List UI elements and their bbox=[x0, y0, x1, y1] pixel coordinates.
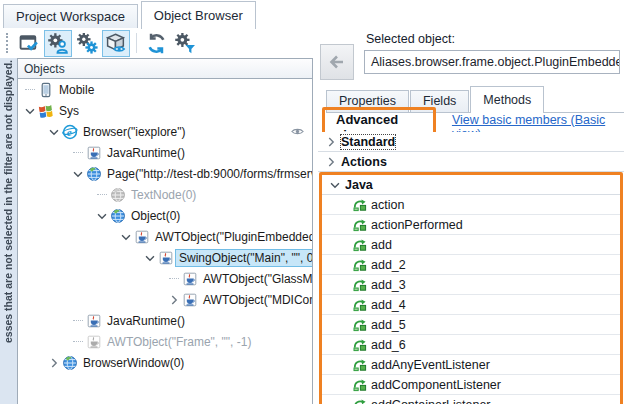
tree-row[interactable]: Page("http://test-db:9000/forms/frmservl… bbox=[18, 163, 312, 184]
section-actions[interactable]: Actions bbox=[318, 152, 624, 172]
toolbar-separator bbox=[136, 33, 137, 53]
java-icon bbox=[182, 271, 200, 287]
method-icon bbox=[352, 377, 371, 393]
chevron-down-icon[interactable] bbox=[328, 178, 345, 192]
tree-item-label: AWTObject("MDIContainer", "" bbox=[200, 292, 313, 308]
tree-row[interactable]: SwingObject("Main", "", 0) bbox=[18, 247, 312, 268]
refresh-button[interactable] bbox=[142, 30, 170, 57]
chevron-right-icon[interactable] bbox=[324, 135, 341, 149]
tree-connector bbox=[73, 341, 83, 342]
tree-item-label: AWTObject("GlassMouseGrabP bbox=[200, 271, 313, 287]
method-row[interactable]: add bbox=[322, 235, 620, 255]
tree-connector bbox=[25, 89, 35, 90]
method-name: addContainerListener bbox=[371, 398, 491, 404]
chevron-down-icon[interactable] bbox=[46, 125, 62, 139]
objects-column-header[interactable]: Objects bbox=[17, 58, 313, 79]
section-label: Actions bbox=[341, 155, 387, 169]
toolbar-grip[interactable] bbox=[6, 33, 8, 53]
gears-button[interactable] bbox=[73, 30, 101, 57]
tree-row[interactable]: Object(0) bbox=[18, 205, 312, 226]
java-icon bbox=[86, 313, 104, 329]
method-row[interactable]: action bbox=[322, 195, 620, 215]
tree-row[interactable]: Sys bbox=[18, 100, 312, 121]
object-browser-toolbar bbox=[0, 28, 318, 58]
back-button[interactable] bbox=[320, 44, 354, 80]
chevron-down-icon[interactable] bbox=[118, 230, 134, 244]
chevron-right-icon[interactable] bbox=[46, 356, 62, 370]
window-check-icon bbox=[19, 33, 40, 54]
tree-item-label: BrowserWindow(0) bbox=[80, 355, 187, 371]
method-name: add_6 bbox=[371, 338, 406, 352]
tree-row[interactable]: eBrowser("iexplore") bbox=[18, 121, 312, 142]
method-name: action bbox=[371, 198, 404, 212]
method-row[interactable]: addAnyEventListener bbox=[322, 355, 620, 375]
selected-object-field[interactable]: Aliases.browser.frame.object.PluginEmbed… bbox=[364, 50, 620, 74]
chevron-right-icon[interactable] bbox=[166, 293, 182, 307]
method-row[interactable]: actionPerformed bbox=[322, 215, 620, 235]
method-icon bbox=[352, 257, 371, 273]
tree-item-label: Browser("iexplore") bbox=[80, 124, 189, 140]
section-java[interactable]: Java bbox=[322, 175, 620, 195]
chevron-down-icon[interactable] bbox=[70, 167, 86, 181]
gear-user-button[interactable] bbox=[44, 30, 72, 57]
tab-project-workspace[interactable]: Project Workspace bbox=[3, 4, 138, 28]
method-row[interactable]: add_5 bbox=[322, 315, 620, 335]
globe-icon bbox=[110, 208, 128, 224]
chevron-down-icon[interactable] bbox=[22, 104, 38, 118]
chevron-down-icon[interactable] bbox=[94, 209, 110, 223]
tree-item-label: SwingObject("Main", "", 0) bbox=[176, 250, 313, 266]
main-tab-strip: Project Workspace Object Browser bbox=[0, 0, 318, 29]
tree-row[interactable]: AWTObject("PluginEmbeddedFrame", " bbox=[18, 226, 312, 247]
tree-item-label: Page("http://test-db:9000/forms/frmservl… bbox=[104, 166, 313, 182]
mobile-icon bbox=[38, 82, 56, 98]
object-browser-window: Project Workspace Object Browser esses t… bbox=[0, 0, 624, 404]
method-name: actionPerformed bbox=[371, 218, 463, 232]
globe-icon bbox=[110, 187, 128, 203]
method-name: add_3 bbox=[371, 278, 406, 292]
tree-row[interactable]: JavaRuntime() bbox=[18, 310, 312, 331]
method-icon bbox=[352, 277, 371, 293]
section-label: Standard bbox=[341, 135, 395, 149]
java-icon bbox=[134, 229, 152, 245]
section-standard[interactable]: Standard bbox=[318, 132, 624, 152]
tree-row[interactable]: Mobile bbox=[18, 79, 312, 100]
method-name: add_5 bbox=[371, 318, 406, 332]
method-icon bbox=[352, 337, 371, 353]
tree-row[interactable]: BrowserWindow(0) bbox=[18, 352, 312, 373]
tree-row[interactable]: TextNode(0) bbox=[18, 184, 312, 205]
method-name: add bbox=[371, 238, 392, 252]
tree-connector bbox=[73, 320, 83, 321]
method-row[interactable]: add_4 bbox=[322, 295, 620, 315]
tree-row[interactable]: AWTObject("GlassMouseGrabP bbox=[18, 268, 312, 289]
tab-object-browser[interactable]: Object Browser bbox=[141, 1, 256, 29]
window-check-button[interactable] bbox=[15, 30, 43, 57]
tree-item-label: JavaRuntime() bbox=[104, 313, 188, 329]
tree-item-label: TextNode(0) bbox=[128, 187, 199, 203]
method-name: add_4 bbox=[371, 298, 406, 312]
method-row[interactable]: add_2 bbox=[322, 255, 620, 275]
tree-connector bbox=[97, 194, 107, 195]
method-row[interactable]: add_6 bbox=[322, 335, 620, 355]
gear-filter-button[interactable] bbox=[171, 30, 199, 57]
method-icon bbox=[352, 297, 371, 313]
svg-text:e: e bbox=[67, 125, 72, 137]
method-row[interactable]: add_3 bbox=[322, 275, 620, 295]
method-row[interactable]: addComponentListener bbox=[322, 375, 620, 395]
eye-icon[interactable] bbox=[290, 124, 305, 139]
tree-item-label: Sys bbox=[56, 103, 82, 119]
filter-notice-text: esses that are not selected in the filte… bbox=[1, 60, 16, 343]
method-name: add_2 bbox=[371, 258, 406, 272]
tree-row[interactable]: AWTObject("Frame", "", -1) bbox=[18, 331, 312, 352]
selected-object-label: Selected object: bbox=[366, 32, 455, 46]
method-row[interactable]: addContainerListener bbox=[322, 395, 620, 404]
left-arrow-icon bbox=[327, 52, 347, 72]
method-icon bbox=[352, 397, 371, 404]
chevron-right-icon[interactable] bbox=[324, 155, 341, 169]
chevron-down-icon[interactable] bbox=[142, 251, 158, 265]
tab-methods[interactable]: Methods bbox=[470, 86, 544, 113]
tree-row[interactable]: AWTObject("MDIContainer", "" bbox=[18, 289, 312, 310]
method-name: addComponentListener bbox=[371, 378, 501, 392]
tree-item-label: Mobile bbox=[56, 82, 97, 98]
box-eye-button[interactable] bbox=[102, 30, 130, 57]
tree-row[interactable]: JavaRuntime() bbox=[18, 142, 312, 163]
